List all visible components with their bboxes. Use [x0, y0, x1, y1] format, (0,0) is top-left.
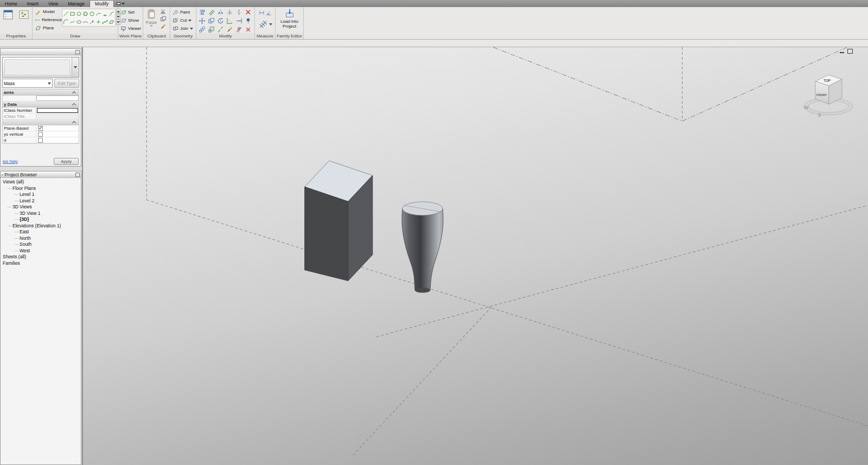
mass-vase-form[interactable] [402, 202, 443, 292]
browser-item-floor-plans[interactable]: Floor Plans [1, 186, 81, 192]
trim-extend-button[interactable] [225, 17, 234, 25]
draw-pick-face-button[interactable] [108, 18, 114, 26]
draw-ellipse-button[interactable] [76, 18, 82, 26]
workplane-based-checkbox[interactable] [38, 126, 43, 131]
draw-mode-reference[interactable]: Reference [34, 16, 62, 24]
reference-planes[interactable] [146, 47, 868, 456]
project-browser-titlebar[interactable]: - Project Browser [1, 171, 81, 178]
type-selector-preview[interactable] [2, 57, 79, 78]
array-button[interactable] [197, 26, 206, 34]
browser-item-elevations[interactable]: Elevations (Elevation 1) [1, 223, 81, 230]
tab-view[interactable]: View [43, 0, 63, 7]
draw-mode-plane[interactable]: Plane [34, 24, 62, 32]
tab-insert[interactable]: Insert [22, 0, 43, 7]
join-geometry-button[interactable]: Join [171, 24, 194, 33]
ribbon-display-toggle[interactable] [114, 0, 127, 7]
section-identity-data[interactable]: y Data [3, 101, 79, 107]
draw-spline-button[interactable] [69, 18, 75, 26]
properties-palette-titlebar[interactable] [1, 49, 81, 55]
draw-point-button[interactable] [95, 18, 101, 26]
offset-button[interactable] [207, 8, 215, 16]
cut-to-clipboard-button[interactable] [159, 8, 167, 15]
browser-item-sheets-all[interactable]: Sheets (all) [1, 254, 81, 260]
show-workplane-button[interactable]: Show [119, 16, 140, 24]
paste-button[interactable]: Paste [144, 8, 158, 31]
type-selector-combo[interactable]: Mass [2, 79, 53, 88]
minimize-view-button[interactable] [839, 49, 845, 54]
browser-item-east[interactable]: East [1, 229, 81, 235]
copy-to-clipboard-button[interactable] [159, 15, 167, 22]
delete-button[interactable] [244, 8, 252, 16]
family-types-button[interactable] [17, 8, 31, 31]
draw-arc-fillet-button[interactable] [63, 18, 69, 26]
angular-dimension-button[interactable] [266, 8, 272, 18]
type-selector-dropdown[interactable] [72, 58, 79, 77]
draw-circle-button[interactable] [89, 10, 95, 17]
pin-button[interactable] [244, 17, 252, 25]
properties-button[interactable] [1, 8, 15, 31]
browser-item-families[interactable]: Families [1, 260, 81, 267]
drawing-area-3d-view[interactable]: W S TOP FRONT [83, 47, 868, 465]
section-constraints[interactable]: aints [3, 90, 79, 95]
browser-item-west[interactable]: West [1, 248, 81, 254]
browser-item-3d-view-1[interactable]: 3D View 1 [1, 211, 81, 217]
match-properties-button[interactable] [225, 26, 234, 34]
draw-mode-model[interactable]: Model [34, 8, 62, 16]
tab-modify[interactable]: Modify [90, 0, 114, 7]
tab-manage[interactable]: Manage [63, 0, 90, 7]
measure-button[interactable] [258, 20, 272, 29]
load-into-project-button[interactable]: Load into Project [277, 8, 302, 31]
mass-box-extrusion[interactable] [305, 161, 373, 281]
tab-home[interactable]: Home [0, 0, 22, 7]
scale-button[interactable] [207, 26, 215, 34]
palette-position-icon[interactable] [75, 50, 80, 54]
aligned-dimension-button[interactable] [259, 8, 265, 18]
draw-arc-center-ends-button[interactable] [102, 10, 108, 17]
draw-polygon-inscribed-button[interactable] [76, 10, 82, 17]
browser-item-views-all[interactable]: Views (all) [1, 179, 81, 186]
unpin-button[interactable] [234, 26, 243, 34]
measure-icon [258, 20, 268, 29]
draw-spline-through-points-button[interactable] [102, 18, 108, 26]
viewcube[interactable]: W S TOP FRONT [804, 75, 853, 118]
apply-button[interactable]: Apply [54, 158, 79, 165]
demolish-button[interactable] [244, 26, 252, 34]
align-button[interactable] [197, 8, 206, 16]
properties-help-link[interactable]: ies help [3, 159, 18, 164]
browser-item-north[interactable]: North [1, 235, 81, 242]
draw-rectangle-button[interactable] [69, 10, 75, 17]
copy-button[interactable] [207, 17, 215, 25]
always-vertical-checkbox[interactable] [38, 132, 43, 137]
set-workplane-button[interactable]: Set [119, 8, 136, 16]
shared-checkbox[interactable] [38, 138, 43, 143]
palette-position-icon[interactable] [75, 173, 80, 177]
mirror-pick-axis-button[interactable] [216, 8, 225, 16]
draw-partial-ellipse-button[interactable] [82, 18, 88, 26]
restore-view-button[interactable] [847, 49, 853, 54]
viewer-button[interactable]: Viewer [119, 24, 142, 33]
match-type-button[interactable] [159, 23, 167, 30]
cut-geometry-button[interactable]: Cut [171, 16, 193, 24]
draw-arc-start-end-button[interactable] [95, 10, 101, 17]
browser-item-level-1[interactable]: Level 1 [1, 192, 81, 198]
split-element-button[interactable] [234, 8, 243, 16]
rotate-button[interactable] [216, 17, 225, 25]
viewcube-south-label[interactable]: S [818, 112, 821, 118]
section-other[interactable] [3, 119, 79, 125]
browser-item-level-2[interactable]: Level 2 [1, 198, 81, 205]
browser-item-3d-default[interactable]: {3D} [1, 216, 81, 223]
omniclass-number-input[interactable] [37, 108, 78, 113]
draw-line-button[interactable] [63, 10, 69, 17]
mirror-draw-axis-button[interactable] [225, 8, 234, 16]
draw-arc-tangent-button[interactable] [108, 10, 114, 17]
draw-pick-lines-button[interactable] [89, 18, 95, 26]
viewcube-west-label[interactable]: W [804, 105, 809, 110]
browser-item-3d-views[interactable]: 3D Views [1, 204, 81, 211]
split-with-gap-button[interactable] [216, 26, 225, 34]
browser-item-south[interactable]: South [1, 241, 81, 248]
draw-polygon-circumscribed-button[interactable] [82, 10, 88, 17]
paint-button[interactable]: Paint [171, 8, 191, 16]
edit-type-button[interactable]: Edit Type [54, 79, 79, 88]
move-button[interactable] [197, 17, 206, 25]
trim-extend-single-button[interactable] [234, 17, 243, 25]
